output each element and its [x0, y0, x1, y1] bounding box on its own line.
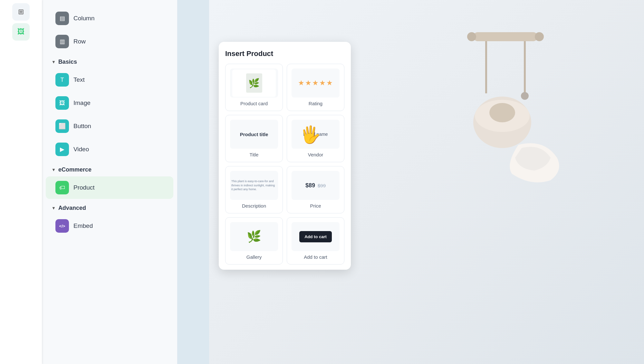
basics-arrow: ▼: [52, 60, 56, 64]
column-icon: ▤: [55, 12, 69, 25]
svg-rect-0: [473, 32, 538, 41]
gallery-toolbar-icon[interactable]: 🖼: [12, 23, 30, 41]
insert-product-popup: Insert Product 🌿 Product card ★★★★★: [219, 42, 351, 270]
vendor-preview: Brand name: [292, 120, 340, 149]
button-label: Button: [73, 123, 91, 130]
text-icon: T: [55, 73, 69, 87]
section-ecommerce[interactable]: ▼ eCommerce: [42, 161, 177, 176]
svg-point-5: [521, 92, 529, 100]
svg-point-2: [535, 32, 544, 41]
atc-label: Add to cart: [304, 254, 327, 260]
title-text: Product title: [240, 132, 268, 137]
rating-preview: ★★★★★: [292, 69, 340, 98]
ecommerce-label: eCommerce: [58, 166, 91, 173]
sidebar-item-column[interactable]: ▤ Column: [46, 7, 173, 30]
section-basics[interactable]: ▼ Basics: [42, 53, 177, 68]
product-icon: 🏷: [55, 181, 69, 194]
column-label: Column: [73, 15, 94, 22]
sidebar-item-text[interactable]: T Text: [46, 69, 173, 91]
popup-card-price[interactable]: $89 $99 Price: [287, 166, 344, 213]
sidebar-item-row[interactable]: ▥ Row: [46, 30, 173, 53]
advanced-arrow: ▼: [52, 206, 56, 210]
product-display-area: [409, 10, 596, 196]
stars-display: ★★★★★: [298, 79, 333, 87]
sidebar-item-image[interactable]: 🖼 Image: [46, 92, 173, 114]
section-advanced[interactable]: ▼ Advanced: [42, 200, 177, 214]
rating-label: Rating: [309, 101, 322, 106]
brand-name-text: Brand name: [303, 132, 328, 137]
popup-card-atc[interactable]: Add to cart Add to cart: [287, 217, 344, 265]
popup-card-title[interactable]: Product title Title: [225, 115, 283, 162]
price-new: $89: [305, 182, 315, 189]
sidebar-item-product[interactable]: 🏷 Product: [46, 176, 173, 199]
price-label: Price: [310, 203, 321, 209]
layout-toolbar-icon[interactable]: ⊞: [12, 3, 30, 21]
popup-cards-grid: 🌿 Product card ★★★★★ Rating Product titl…: [225, 64, 344, 265]
text-label: Text: [73, 76, 85, 83]
mini-product-image: 🌿: [246, 73, 262, 93]
plant-image: 🌿: [230, 222, 278, 251]
sidebar-item-video[interactable]: ▶ Video: [46, 138, 173, 161]
button-icon: ⬜: [55, 119, 69, 133]
vendor-label: Vendor: [308, 152, 323, 157]
price-display: $89 $99: [305, 182, 326, 189]
advanced-label: Advanced: [58, 205, 86, 211]
canvas-background: Insert Product 🌿 Product card ★★★★★: [209, 0, 644, 364]
canvas-area: Insert Product 🌿 Product card ★★★★★: [177, 0, 644, 364]
popup-card-vendor[interactable]: Brand name Vendor: [287, 115, 344, 162]
product-illustration: [422, 23, 583, 183]
basics-label: Basics: [58, 59, 77, 65]
description-text: This plant is easy-to-care-for and thriv…: [230, 178, 278, 193]
image-label: Image: [73, 99, 91, 107]
sidebar-panel: ▤ Column ▥ Row ▼ Basics T Text 🖼 Image ⬜…: [42, 0, 177, 364]
product-label: Product: [73, 184, 94, 191]
toolbar: ⊞ 🖼: [0, 0, 42, 364]
gallery-preview: 🌿: [230, 222, 278, 251]
product-card-preview: 🌿: [230, 69, 278, 98]
sidebar-item-embed[interactable]: </> Embed: [46, 215, 173, 237]
popup-card-product-card[interactable]: 🌿 Product card: [225, 64, 283, 111]
svg-point-8: [489, 103, 515, 122]
description-preview: This plant is easy-to-care-for and thriv…: [230, 171, 278, 200]
insert-popup-title: Insert Product: [225, 50, 344, 58]
ecommerce-arrow: ▼: [52, 167, 56, 172]
title-preview: Product title: [230, 120, 278, 149]
row-icon: ▥: [55, 35, 69, 48]
svg-point-1: [467, 32, 476, 41]
mini-product-card: 🌿: [232, 70, 275, 97]
row-label: Row: [73, 38, 86, 45]
embed-label: Embed: [73, 222, 93, 229]
price-old: $99: [318, 183, 326, 188]
title-label: Title: [250, 152, 259, 157]
video-icon: ▶: [55, 143, 69, 156]
price-preview: $89 $99: [292, 171, 340, 200]
product-card-label: Product card: [240, 101, 268, 106]
atc-button-preview: Add to cart: [299, 231, 332, 242]
image-icon: 🖼: [55, 96, 69, 110]
embed-icon: </>: [55, 219, 69, 233]
gallery-label: Gallery: [246, 254, 262, 260]
popup-card-description[interactable]: This plant is easy-to-care-for and thriv…: [225, 166, 283, 213]
video-label: Video: [73, 146, 89, 153]
description-label: Description: [242, 203, 266, 209]
sidebar-item-button[interactable]: ⬜ Button: [46, 115, 173, 137]
popup-card-gallery[interactable]: 🌿 Gallery: [225, 217, 283, 265]
atc-preview: Add to cart: [292, 222, 340, 251]
popup-card-rating[interactable]: ★★★★★ Rating: [287, 64, 344, 111]
